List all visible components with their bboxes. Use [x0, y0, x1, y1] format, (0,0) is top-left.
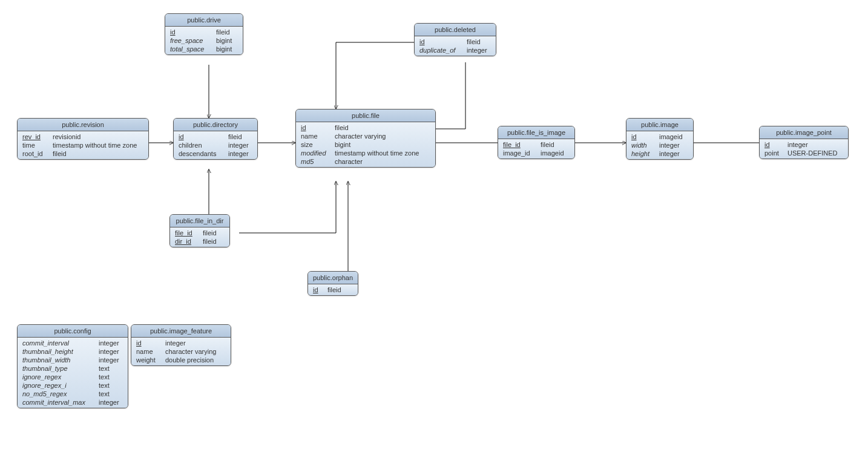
- column-name: file_id: [175, 229, 199, 237]
- table-body: idintegerpointUSER-DEFINED: [760, 139, 848, 159]
- table-row: md5character: [296, 157, 435, 166]
- column-name: id: [764, 141, 784, 148]
- table-title: public.revision: [18, 119, 148, 131]
- table-row: ignore_regex_itext: [18, 381, 128, 390]
- column-name: ignore_regex: [22, 373, 95, 381]
- column-type: bigint: [216, 45, 238, 53]
- table-row: rev_idrevisionid: [18, 132, 148, 141]
- column-type: timestamp without time zone: [53, 142, 143, 149]
- column-name: id: [301, 124, 331, 131]
- table-row: weightdouble precision: [131, 356, 231, 364]
- table-title: public.config: [18, 325, 128, 338]
- table-directory: public.directoryidfileidchildrenintegerd…: [173, 118, 258, 160]
- table-title: public.file_in_dir: [170, 215, 229, 227]
- column-name: free_space: [170, 37, 212, 44]
- table-image-feature: public.image_featureidintegernamecharact…: [131, 324, 231, 366]
- table-file-in-dir: public.file_in_dirfile_idfileiddir_idfil…: [169, 214, 230, 247]
- table-file-is-image: public.file_is_imagefile_idfileidimage_i…: [498, 126, 575, 159]
- column-name: dir_id: [175, 238, 199, 245]
- column-name: commit_interval_max: [22, 399, 95, 406]
- column-name: commit_interval: [22, 339, 95, 347]
- column-type: imageid: [659, 133, 688, 140]
- column-type: character: [335, 158, 430, 165]
- table-row: idinteger: [131, 339, 231, 347]
- column-name: image_id: [503, 149, 537, 157]
- column-type: integer: [99, 356, 123, 364]
- column-name: id: [313, 286, 324, 293]
- column-name: file_id: [503, 141, 537, 148]
- table-title: public.image_point: [760, 126, 848, 139]
- column-type: integer: [99, 339, 123, 347]
- table-image-point: public.image_pointidintegerpointUSER-DEF…: [759, 126, 849, 159]
- column-type: fileid: [203, 229, 225, 237]
- table-row: heightinteger: [626, 149, 693, 158]
- table-config: public.configcommit_intervalintegerthumb…: [17, 324, 128, 408]
- table-row: total_spacebigint: [165, 45, 243, 53]
- column-name: thumbnail_height: [22, 348, 95, 355]
- column-type: integer: [99, 399, 123, 406]
- column-name: descendants: [179, 150, 225, 157]
- column-name: rev_id: [22, 133, 49, 140]
- table-row: idfileid: [308, 286, 358, 294]
- column-name: size: [301, 141, 331, 148]
- column-type: character varying: [165, 348, 226, 355]
- column-name: ignore_regex_i: [22, 382, 95, 389]
- column-name: md5: [301, 158, 331, 165]
- table-body: idfileidfree_spacebiginttotal_spacebigin…: [165, 27, 243, 54]
- column-type: bigint: [216, 37, 238, 44]
- column-name: no_md5_regex: [22, 390, 95, 397]
- table-body: file_idfileiddir_idfileid: [170, 227, 229, 247]
- table-title: public.drive: [165, 14, 243, 27]
- table-drive: public.driveidfileidfree_spacebiginttota…: [165, 13, 243, 55]
- column-type: fileid: [335, 124, 430, 131]
- table-row: ignore_regextext: [18, 373, 128, 381]
- column-type: fileid: [541, 141, 570, 148]
- column-type: fileid: [467, 38, 491, 45]
- column-type: timestamp without time zone: [335, 149, 430, 157]
- column-type: integer: [659, 142, 688, 149]
- column-name: id: [136, 339, 162, 347]
- table-row: idfileid: [296, 123, 435, 132]
- table-title: public.file_is_image: [498, 126, 574, 139]
- table-row: modifiedtimestamp without time zone: [296, 149, 435, 157]
- table-row: thumbnail_widthinteger: [18, 356, 128, 364]
- table-body: idintegernamecharacter varyingweightdoub…: [131, 338, 231, 365]
- table-row: idfileid: [415, 38, 496, 46]
- column-type: text: [99, 365, 123, 372]
- table-body: idfileidduplicate_ofinteger: [415, 36, 496, 56]
- column-name: width: [631, 142, 656, 149]
- table-row: root_idfileid: [18, 149, 148, 158]
- table-row: dir_idfileid: [170, 237, 229, 246]
- connectors: [0, 0, 868, 461]
- table-title: public.image_feature: [131, 325, 231, 338]
- table-image: public.imageidimageidwidthintegerheighti…: [626, 118, 694, 160]
- column-name: modified: [301, 149, 331, 157]
- column-type: fileid: [203, 238, 225, 245]
- column-name: thumbnail_type: [22, 365, 95, 372]
- column-type: revisionid: [53, 133, 143, 140]
- table-row: duplicate_ofinteger: [415, 46, 496, 54]
- table-row: namecharacter varying: [296, 132, 435, 140]
- table-title: public.deleted: [415, 24, 496, 36]
- column-name: name: [301, 132, 331, 140]
- table-row: idfileid: [165, 28, 243, 36]
- table-body: idfileidchildrenintegerdescendantsintege…: [174, 131, 257, 159]
- column-type: double precision: [165, 356, 226, 364]
- table-revision: public.revisionrev_idrevisionidtimetimes…: [17, 118, 149, 160]
- column-type: integer: [165, 339, 226, 347]
- column-name: height: [631, 150, 656, 157]
- column-type: text: [99, 382, 123, 389]
- column-name: id: [179, 133, 225, 140]
- table-row: timetimestamp without time zone: [18, 141, 148, 149]
- table-row: thumbnail_heightinteger: [18, 347, 128, 356]
- table-title: public.orphan: [308, 272, 358, 284]
- table-row: sizebigint: [296, 140, 435, 149]
- table-title: public.file: [296, 110, 435, 122]
- table-row: image_idimageid: [498, 149, 574, 157]
- table-row: file_idfileid: [498, 140, 574, 149]
- column-name: point: [764, 149, 784, 157]
- column-type: character varying: [335, 132, 430, 140]
- column-type: fileid: [53, 150, 143, 157]
- column-type: fileid: [327, 286, 349, 293]
- table-body: idfileidnamecharacter varyingsizebigintm…: [296, 122, 435, 167]
